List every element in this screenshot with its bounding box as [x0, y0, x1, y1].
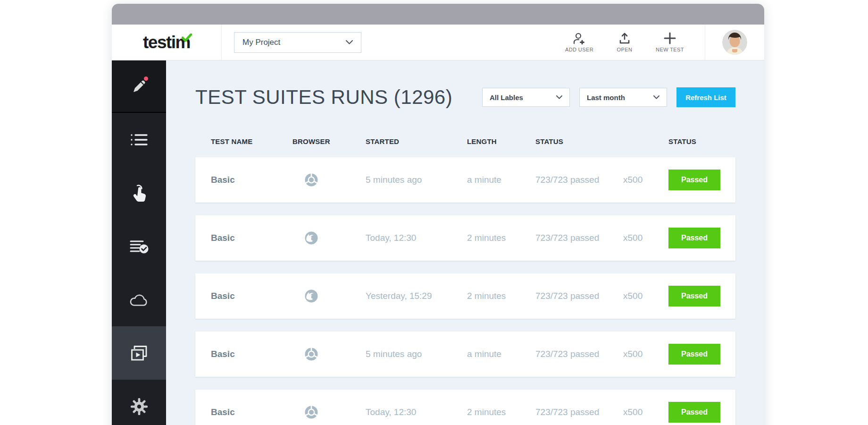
test-name-cell: Basic [211, 175, 292, 185]
column-header-status-badge: STATUS [668, 137, 721, 145]
status-text-cell: 723/723 passed [535, 349, 623, 359]
status-badge[interactable]: Passed [668, 344, 720, 365]
started-cell: 5 minutes ago [366, 175, 467, 185]
cloud-icon [129, 293, 149, 307]
length-cell: 2 minutes [467, 233, 535, 243]
started-cell: Yesterday, 15:29 [366, 291, 467, 301]
sidebar-item-suite-runs[interactable] [112, 326, 166, 380]
status-badge[interactable]: Passed [668, 170, 720, 190]
column-header-started: STARTED [366, 137, 467, 145]
hand-pointer-icon [131, 184, 148, 203]
list-icon [130, 133, 148, 147]
window-titlebar [112, 4, 764, 25]
column-header-test-name: TEST NAME [211, 137, 292, 145]
run-count-cell: x500 [623, 407, 668, 417]
status-badge[interactable]: Passed [668, 228, 720, 248]
test-name-cell: Basic [211, 407, 292, 417]
chevron-down-icon [346, 40, 353, 44]
started-cell: Today, 12:30 [366, 233, 467, 243]
sidebar-item-actions[interactable] [112, 166, 166, 220]
run-count-cell: x500 [623, 233, 668, 243]
browser-cell [292, 289, 366, 303]
main-content: TEST SUITES RUNS (1296) All Lables Last … [166, 60, 764, 425]
test-name-cell: Basic [211, 291, 292, 301]
firefox-icon [304, 289, 318, 303]
table-row[interactable]: Basic Yesterday, 15:29 2 minutes 723/723… [195, 273, 735, 319]
status-badge[interactable]: Passed [668, 286, 720, 306]
sidebar-item-settings[interactable] [112, 380, 166, 425]
app-header: testim My Project [112, 25, 764, 60]
logo-container: testim [112, 25, 222, 60]
app-body: TEST SUITES RUNS (1296) All Lables Last … [112, 60, 764, 425]
column-header-count [623, 137, 668, 145]
run-count-cell: x500 [623, 349, 668, 359]
add-user-icon [573, 32, 586, 44]
avatar-container [705, 25, 764, 60]
column-header-status: STATUS [535, 137, 623, 145]
date-range-filter-select[interactable]: Last month [579, 88, 667, 107]
length-cell: 2 minutes [467, 407, 535, 417]
browser-cell [292, 231, 366, 245]
firefox-icon [304, 231, 318, 245]
chevron-down-icon [556, 95, 562, 99]
length-cell: 2 minutes [467, 291, 535, 301]
status-text-cell: 723/723 passed [535, 407, 623, 417]
open-label: OPEN [617, 47, 633, 52]
sidebar [112, 60, 166, 425]
test-name-cell: Basic [211, 233, 292, 243]
browser-cell [292, 405, 366, 419]
browser-cell [292, 347, 366, 361]
test-name-cell: Basic [211, 349, 292, 359]
new-test-icon [664, 32, 676, 44]
open-button[interactable]: OPEN [602, 29, 647, 55]
run-count-cell: x500 [623, 175, 668, 185]
suite-runs-icon [130, 345, 148, 362]
sidebar-item-test-list[interactable] [112, 113, 166, 166]
add-user-button[interactable]: ADD USER [557, 29, 602, 55]
chrome-icon [304, 173, 318, 187]
sidebar-item-cloud[interactable] [112, 273, 166, 326]
header-actions: ADD USER OPEN [557, 25, 705, 60]
date-range-filter-value: Last month [587, 94, 625, 102]
table-row[interactable]: Basic Today, 12:30 2 minutes 723/723 pas… [195, 390, 735, 425]
avatar[interactable] [722, 30, 747, 55]
test-results-icon [130, 238, 149, 255]
table-row[interactable]: Basic Today, 12:30 2 minutes 723/723 pas… [195, 215, 735, 261]
labels-filter-select[interactable]: All Lables [482, 88, 570, 107]
sidebar-item-editor[interactable] [112, 60, 166, 113]
table-row[interactable]: Basic 5 minutes ago a minute 723/723 pas… [195, 332, 735, 377]
testim-logo: testim [143, 33, 190, 52]
status-text-cell: 723/723 passed [535, 175, 623, 185]
new-test-button[interactable]: NEW TEST [647, 29, 693, 55]
logo-text: testi [143, 33, 175, 52]
gear-icon [130, 398, 148, 416]
open-icon [618, 32, 631, 44]
table-row[interactable]: Basic 5 minutes ago a minute 723/723 pas… [195, 157, 735, 203]
length-cell: a minute [467, 175, 535, 185]
status-text-cell: 723/723 passed [535, 291, 623, 301]
chevron-down-icon [653, 95, 659, 99]
new-test-label: NEW TEST [656, 47, 684, 52]
chrome-icon [304, 347, 318, 361]
refresh-list-button[interactable]: Refresh List [676, 87, 735, 107]
title-row: TEST SUITES RUNS (1296) All Lables Last … [195, 84, 735, 110]
logo-check-icon [182, 34, 192, 42]
notification-dot [144, 76, 148, 81]
project-select-value: My Project [242, 38, 280, 47]
length-cell: a minute [467, 349, 535, 359]
test-runs-list: Basic 5 minutes ago a minute 723/723 pas… [195, 157, 735, 425]
chrome-icon [304, 405, 318, 419]
run-count-cell: x500 [623, 291, 668, 301]
status-badge[interactable]: Passed [668, 402, 720, 423]
started-cell: Today, 12:30 [366, 407, 467, 417]
column-header-browser: BROWSER [292, 137, 366, 145]
project-select[interactable]: My Project [234, 32, 361, 53]
browser-cell [292, 173, 366, 187]
add-user-label: ADD USER [565, 47, 593, 52]
screen: testim My Project [0, 0, 868, 425]
status-text-cell: 723/723 passed [535, 233, 623, 243]
page-title: TEST SUITES RUNS (1296) [195, 86, 452, 109]
column-header-length: LENGTH [467, 137, 535, 145]
started-cell: 5 minutes ago [366, 349, 467, 359]
sidebar-item-test-results[interactable] [112, 220, 166, 273]
